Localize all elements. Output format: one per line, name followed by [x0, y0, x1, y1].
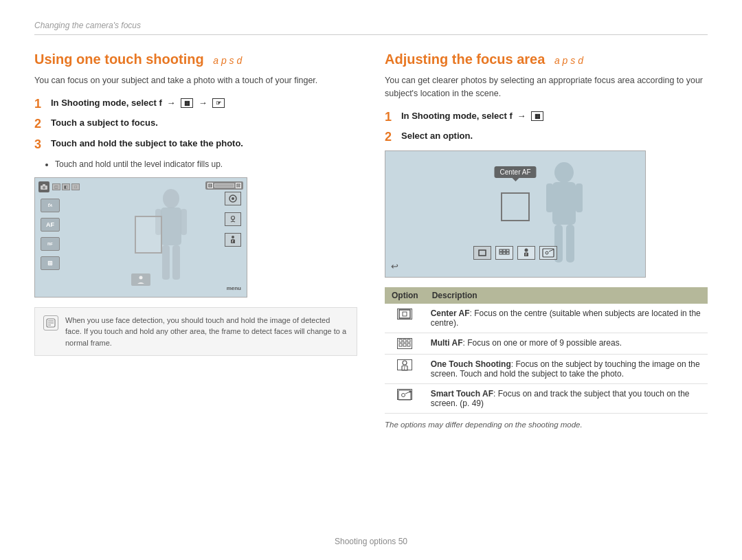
- svg-rect-29: [499, 252, 502, 254]
- svg-point-32: [525, 248, 528, 251]
- cam-mode-2: ◧: [62, 183, 70, 190]
- step-1: 1 In Shooting mode, select f → ▦ → ☞: [34, 97, 357, 112]
- svg-point-19: [554, 162, 574, 183]
- top-right-indicator: I ◫: [205, 181, 243, 190]
- svg-point-11: [232, 216, 235, 219]
- af-center-frame: [501, 192, 530, 221]
- opt-icon-center: [385, 304, 425, 333]
- svg-point-3: [163, 189, 179, 208]
- icon-menu-box: ▦: [181, 98, 193, 108]
- svg-rect-36: [399, 310, 410, 318]
- opt-desc-center: Center AF: Focus on the centre (suitable…: [425, 304, 708, 333]
- focus-btn-multi[interactable]: [495, 246, 513, 260]
- cam-menu-label: menu: [227, 285, 241, 291]
- camera-screen: ◫ ◧ □ I ◫ fA AF nF: [34, 177, 247, 298]
- focus-btn-touch[interactable]: [517, 246, 535, 260]
- right-section: Adjusting the focus area a p s d You can…: [385, 52, 708, 429]
- left-section-title: Using one touch shooting a p s d: [34, 52, 357, 67]
- focus-btn-smart[interactable]: [539, 246, 557, 260]
- tr-icon-1: I: [207, 183, 213, 188]
- focus-screen: Center AF: [385, 150, 646, 278]
- svg-rect-20: [552, 182, 576, 225]
- svg-rect-31: [506, 252, 509, 254]
- cam-bottom-icon: [131, 273, 150, 286]
- step-2: 2 Touch a subject to focus.: [34, 117, 357, 132]
- tr-bar: [214, 183, 234, 188]
- cr-icon-3: [225, 233, 241, 247]
- col-option: Option: [385, 287, 425, 304]
- svg-point-47: [402, 393, 405, 396]
- breadcrumb: Changing the camera's focus: [34, 21, 708, 35]
- cam-left-nf: nF: [41, 237, 60, 251]
- svg-point-35: [546, 251, 548, 254]
- cam-left-fa: fA: [41, 199, 60, 212]
- focus-btn-center[interactable]: [473, 246, 491, 260]
- svg-rect-23: [546, 183, 553, 212]
- tr-icon-2: ◫: [236, 183, 241, 188]
- left-intro: You can focus on your subject and take a…: [34, 74, 357, 87]
- page-footer: Shooting options 50: [0, 537, 742, 546]
- cam-left-grid: ⊞: [41, 256, 60, 270]
- cam-right-icons: [225, 192, 241, 247]
- svg-line-33: [526, 253, 527, 256]
- cam-mode-1: ◫: [52, 183, 60, 190]
- right-icon-box: ▦: [531, 111, 543, 121]
- right-step-1: 1 In Shooting mode, select f → ▦: [385, 110, 708, 125]
- cam-left-icons: fA AF nF ⊞: [41, 199, 60, 270]
- opt-desc-touch: One Touch Shooting: Focus on the subject…: [425, 354, 708, 383]
- svg-rect-43: [407, 344, 410, 346]
- table-row: One Touch Shooting: Focus on the subject…: [385, 354, 708, 383]
- bullet-list: Touch and hold until the level indicator…: [55, 158, 357, 170]
- svg-rect-30: [503, 252, 506, 254]
- svg-rect-40: [407, 339, 410, 342]
- svg-point-44: [403, 361, 407, 365]
- options-table: Option Description Center AF: Focus on t…: [385, 287, 708, 414]
- cam-top-icons: ◫ ◧ □: [38, 181, 80, 192]
- back-arrow[interactable]: ↩: [391, 261, 398, 271]
- focus-frame: [135, 216, 162, 254]
- cam-icon-camera: [38, 181, 49, 192]
- svg-rect-24: [576, 183, 583, 212]
- note-box: When you use face detection, you should …: [34, 307, 357, 357]
- svg-point-48: [409, 390, 412, 392]
- svg-point-14: [139, 276, 143, 279]
- center-af-bubble: Center AF: [494, 166, 536, 178]
- svg-rect-6: [172, 245, 180, 280]
- svg-rect-25: [479, 250, 486, 256]
- note-icon: [43, 315, 58, 331]
- cam-mode-icons: ◫ ◧ □: [52, 183, 80, 190]
- svg-point-1: [43, 186, 45, 189]
- col-description: Description: [425, 287, 708, 304]
- cr-icon-1: [225, 192, 241, 205]
- svg-rect-4: [161, 208, 181, 245]
- svg-rect-22: [566, 225, 574, 262]
- opt-icon-multi: [385, 333, 425, 354]
- left-section: Using one touch shooting a p s d You can…: [34, 52, 357, 429]
- icon-finger: ☞: [212, 98, 225, 108]
- table-row: Multi AF: Focus on one or more of 9 poss…: [385, 333, 708, 354]
- svg-rect-39: [403, 339, 406, 342]
- svg-rect-28: [506, 249, 509, 251]
- svg-rect-8: [181, 209, 187, 235]
- svg-rect-37: [403, 312, 407, 316]
- svg-rect-42: [403, 344, 406, 346]
- cam-left-af: AF: [41, 218, 60, 232]
- right-step-2: 2 Select an option.: [385, 130, 708, 145]
- table-row: Center AF: Focus on the centre (suitable…: [385, 304, 708, 333]
- right-section-title: Adjusting the focus area a p s d: [385, 52, 708, 67]
- focus-icons-row: [473, 246, 557, 260]
- svg-rect-38: [399, 339, 402, 342]
- opt-desc-multi: Multi AF: Focus on one or more of 9 poss…: [425, 333, 708, 354]
- svg-rect-26: [499, 249, 502, 251]
- opt-icon-smart: [385, 383, 425, 413]
- svg-point-10: [232, 197, 234, 200]
- step-3: 3 Touch and hold the subject to take the…: [34, 137, 357, 153]
- svg-line-45: [405, 366, 405, 370]
- svg-rect-27: [503, 249, 506, 251]
- right-intro: You can get clearer photos by selecting …: [385, 74, 708, 100]
- svg-point-12: [232, 236, 234, 238]
- svg-rect-5: [162, 245, 170, 280]
- cr-icon-2: [225, 212, 241, 226]
- footer-note: The options may differ depending on the …: [385, 421, 708, 429]
- svg-rect-41: [399, 344, 402, 346]
